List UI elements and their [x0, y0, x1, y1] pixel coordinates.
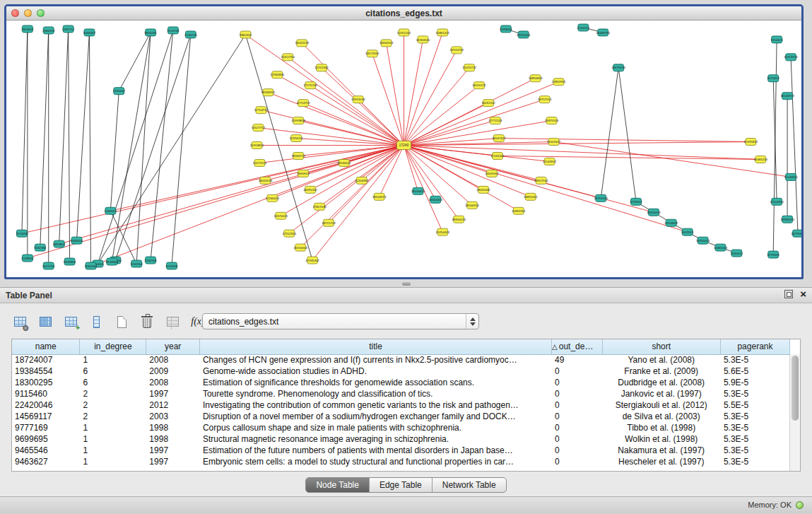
graph-node[interactable]: 9860302 — [240, 31, 252, 38]
tab-node-table[interactable]: Node Table — [306, 478, 370, 492]
graph-node[interactable]: 16262512 — [481, 100, 495, 107]
graph-node[interactable]: 9274413 — [767, 75, 780, 82]
graph-node[interactable]: 2241906 — [145, 257, 158, 264]
graph-node[interactable]: 18356213 — [452, 216, 466, 223]
graph-node[interactable]: 12940806 — [271, 71, 285, 78]
close-panel-icon[interactable]: × — [800, 290, 806, 298]
graph-node[interactable]: 15254413 — [436, 228, 450, 235]
graph-node[interactable]: 16101627 — [547, 139, 561, 146]
graph-node[interactable]: 12212062 — [314, 64, 329, 71]
graph-node[interactable]: 6793913 — [630, 198, 643, 205]
graph-node[interactable]: 11544907 — [543, 158, 557, 165]
graph-node[interactable]: 16950413 — [696, 237, 710, 244]
float-panel-icon[interactable] — [784, 290, 793, 298]
graph-node[interactable]: 16791913 — [594, 194, 608, 201]
graph-node[interactable]: 12071513 — [253, 159, 267, 166]
graph-node[interactable]: 14850903 — [552, 78, 566, 86]
graph-node[interactable]: 8895802 — [53, 240, 66, 247]
new-file-button[interactable] — [113, 313, 130, 330]
graph-node[interactable]: 17240 — [397, 141, 411, 150]
scrollbar-thumb[interactable] — [792, 356, 799, 421]
graph-node[interactable]: 16960520 — [416, 36, 430, 43]
graph-node[interactable]: 16679194 — [611, 64, 625, 71]
graph-node[interactable]: 2163162 — [113, 88, 126, 95]
graph-node[interactable]: 12104350 — [770, 198, 784, 205]
graph-node[interactable]: 18957504 — [534, 177, 548, 184]
graph-node[interactable]: 15475722 — [462, 64, 476, 71]
graph-node[interactable]: 9013913 — [681, 228, 694, 235]
graph-node[interactable]: 12251242 — [397, 29, 411, 36]
graph-node[interactable]: 16085213 — [754, 156, 768, 163]
table-scrollbar[interactable] — [789, 354, 800, 471]
tab-edge-table[interactable]: Edge Table — [370, 478, 433, 492]
graph-node[interactable]: 18757513 — [538, 96, 552, 103]
table-row[interactable]: 946362711997Embryonic stem cells: a mode… — [12, 456, 790, 467]
graph-node[interactable]: 15993858 — [291, 117, 305, 124]
panel-resize-handle[interactable] — [402, 282, 411, 286]
graph-node[interactable]: 15995813 — [744, 139, 758, 146]
graph-node[interactable]: 17571250 — [303, 82, 317, 89]
graph-node[interactable]: 2190216 — [184, 31, 197, 38]
graph-node[interactable]: 8618864 — [106, 258, 119, 265]
graph-node[interactable]: 18172205 — [365, 50, 379, 57]
table-row[interactable]: 2242004622012Investigating the contribut… — [12, 399, 790, 411]
graph-node[interactable]: 16210172 — [472, 82, 486, 89]
table-selector-dropdown[interactable]: citations_edges.txt — [202, 313, 479, 329]
graph-node[interactable]: 8824281 — [145, 29, 158, 36]
column-header-out-de-[interactable]: △out_de… — [552, 339, 602, 354]
graph-node[interactable]: 17240413 — [266, 194, 280, 201]
graph-node[interactable]: 1853002 — [21, 25, 34, 33]
graph-node[interactable]: 15913913 — [784, 54, 798, 61]
column-visibility-button[interactable] — [37, 313, 54, 330]
column-header-name[interactable]: name — [12, 339, 80, 354]
graph-node[interactable]: 8618860 — [64, 258, 76, 265]
graph-node[interactable]: 18540913 — [372, 193, 387, 200]
graph-node[interactable]: 18534455 — [411, 187, 425, 194]
graph-node[interactable]: 18530022 — [337, 159, 351, 166]
column-header-title[interactable]: title — [199, 339, 551, 354]
table-row[interactable]: 1456911722003Disruption of a novel membe… — [12, 411, 790, 422]
table-row[interactable]: 977716911998Corpus callosum shape and si… — [12, 422, 790, 433]
graph-node[interactable]: 9332365 — [34, 244, 47, 251]
column-header-short[interactable]: short — [602, 339, 720, 354]
column-header-year[interactable]: year — [146, 339, 200, 354]
graph-node[interactable]: 16991350 — [303, 186, 317, 193]
graph-node[interactable]: 9154746 — [167, 27, 180, 34]
graph-node[interactable]: 10965413 — [780, 216, 794, 223]
tab-network-table[interactable]: Network Table — [433, 478, 506, 492]
column-header-in-degree[interactable]: in_degree — [80, 339, 146, 354]
graph-node[interactable]: 10861222 — [436, 29, 450, 36]
network-canvas[interactable]: 1853002206637019817129046337882428191547… — [6, 21, 801, 277]
graph-node[interactable]: 15312750 — [281, 54, 295, 61]
graph-node[interactable]: 22041907 — [485, 170, 499, 177]
graph-node[interactable]: 17252554 — [282, 230, 296, 237]
graph-node[interactable]: 17935307 — [305, 257, 319, 264]
graph-node[interactable]: 9056505 — [71, 237, 83, 244]
graph-node[interactable]: 16779413 — [791, 230, 801, 237]
graph-node[interactable]: 18920413 — [647, 209, 661, 216]
graph-node[interactable]: 10965952 — [512, 207, 526, 214]
graph-node[interactable]: 9013750 — [42, 262, 55, 269]
graph-node[interactable]: 16504413 — [429, 196, 443, 203]
graph-node[interactable]: 10465013 — [714, 244, 728, 251]
graph-node[interactable]: 16875313 — [545, 117, 559, 124]
window-titlebar[interactable]: citations_edges.txt — [6, 6, 801, 21]
network-graph[interactable]: 1853002206637019817129046337882428191547… — [6, 21, 801, 277]
graph-node[interactable]: 16150503 — [293, 244, 307, 251]
table-header-row[interactable]: namein_degreeyeartitle△out_de…shortpager… — [12, 339, 790, 354]
graph-node[interactable]: 18715713 — [322, 219, 336, 226]
graph-node[interactable]: 16047427 — [492, 135, 506, 142]
table-row[interactable]: 911546021997Tourette syndrome. Phenomeno… — [12, 388, 790, 399]
graph-node[interactable]: 2160905 — [105, 207, 117, 214]
graph-node[interactable]: 14850803 — [529, 75, 543, 82]
graph-node[interactable]: 12754752 — [296, 100, 310, 107]
import-table-button[interactable] — [164, 313, 181, 330]
graph-node[interactable]: 16604103 — [379, 40, 394, 47]
graph-node[interactable]: 16648794 — [596, 29, 611, 36]
table-settings-button[interactable]: ⚙ — [11, 313, 28, 330]
graph-node[interactable]: 16895352 — [524, 193, 538, 200]
graph-node[interactable]: 9195956 — [165, 262, 178, 269]
column-header-pagerank[interactable]: pagerank — [720, 339, 789, 354]
graph-node[interactable]: 16504097 — [664, 219, 678, 226]
graph-node[interactable]: 16020128 — [295, 40, 309, 47]
